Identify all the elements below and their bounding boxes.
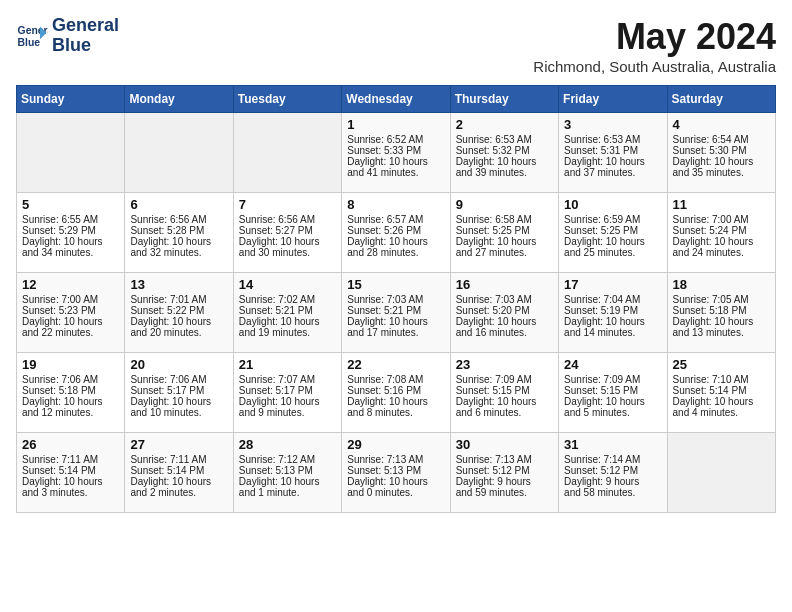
calendar-week-3: 12Sunrise: 7:00 AMSunset: 5:23 PMDayligh… xyxy=(17,273,776,353)
day-info-line: Sunrise: 6:53 AM xyxy=(456,134,553,145)
day-info-line: Sunset: 5:25 PM xyxy=(564,225,661,236)
calendar-cell: 5Sunrise: 6:55 AMSunset: 5:29 PMDaylight… xyxy=(17,193,125,273)
day-header-wednesday: Wednesday xyxy=(342,86,450,113)
day-number: 3 xyxy=(564,117,661,132)
day-header-friday: Friday xyxy=(559,86,667,113)
calendar-cell: 15Sunrise: 7:03 AMSunset: 5:21 PMDayligh… xyxy=(342,273,450,353)
day-info-line: Daylight: 10 hours xyxy=(130,316,227,327)
day-info-line: Sunset: 5:15 PM xyxy=(564,385,661,396)
calendar-cell: 12Sunrise: 7:00 AMSunset: 5:23 PMDayligh… xyxy=(17,273,125,353)
day-info-line: Sunrise: 6:54 AM xyxy=(673,134,770,145)
calendar-cell: 31Sunrise: 7:14 AMSunset: 5:12 PMDayligh… xyxy=(559,433,667,513)
day-info-line: Daylight: 10 hours xyxy=(673,396,770,407)
calendar-cell: 28Sunrise: 7:12 AMSunset: 5:13 PMDayligh… xyxy=(233,433,341,513)
day-info-line: Sunset: 5:14 PM xyxy=(22,465,119,476)
day-info-line: Daylight: 9 hours xyxy=(456,476,553,487)
day-info-line: Sunrise: 7:13 AM xyxy=(456,454,553,465)
day-info-line: Daylight: 10 hours xyxy=(239,236,336,247)
calendar-table: SundayMondayTuesdayWednesdayThursdayFrid… xyxy=(16,85,776,513)
day-number: 11 xyxy=(673,197,770,212)
day-info-line: Sunrise: 6:57 AM xyxy=(347,214,444,225)
day-info-line: Daylight: 10 hours xyxy=(456,316,553,327)
day-info-line: and 0 minutes. xyxy=(347,487,444,498)
day-info-line: Sunrise: 6:56 AM xyxy=(239,214,336,225)
day-info-line: Sunset: 5:18 PM xyxy=(22,385,119,396)
calendar-cell: 14Sunrise: 7:02 AMSunset: 5:21 PMDayligh… xyxy=(233,273,341,353)
day-info-line: and 3 minutes. xyxy=(22,487,119,498)
day-info-line: Daylight: 10 hours xyxy=(239,476,336,487)
day-header-monday: Monday xyxy=(125,86,233,113)
day-info-line: Sunrise: 7:06 AM xyxy=(130,374,227,385)
day-number: 17 xyxy=(564,277,661,292)
day-info-line: and 37 minutes. xyxy=(564,167,661,178)
day-number: 4 xyxy=(673,117,770,132)
day-info-line: Sunset: 5:33 PM xyxy=(347,145,444,156)
day-info-line: and 25 minutes. xyxy=(564,247,661,258)
day-info-line: Daylight: 10 hours xyxy=(673,316,770,327)
day-info-line: Daylight: 10 hours xyxy=(22,236,119,247)
calendar-cell: 29Sunrise: 7:13 AMSunset: 5:13 PMDayligh… xyxy=(342,433,450,513)
calendar-cell: 25Sunrise: 7:10 AMSunset: 5:14 PMDayligh… xyxy=(667,353,775,433)
day-number: 30 xyxy=(456,437,553,452)
day-info-line: and 14 minutes. xyxy=(564,327,661,338)
day-info-line: Daylight: 10 hours xyxy=(347,396,444,407)
day-info-line: Sunset: 5:15 PM xyxy=(456,385,553,396)
day-info-line: Daylight: 10 hours xyxy=(564,396,661,407)
day-number: 22 xyxy=(347,357,444,372)
calendar-cell: 10Sunrise: 6:59 AMSunset: 5:25 PMDayligh… xyxy=(559,193,667,273)
day-info-line: and 4 minutes. xyxy=(673,407,770,418)
day-info-line: Sunset: 5:24 PM xyxy=(673,225,770,236)
day-number: 16 xyxy=(456,277,553,292)
location: Richmond, South Australia, Australia xyxy=(533,58,776,75)
calendar-body: 1Sunrise: 6:52 AMSunset: 5:33 PMDaylight… xyxy=(17,113,776,513)
calendar-cell: 3Sunrise: 6:53 AMSunset: 5:31 PMDaylight… xyxy=(559,113,667,193)
day-info-line: Sunset: 5:17 PM xyxy=(239,385,336,396)
calendar-cell: 11Sunrise: 7:00 AMSunset: 5:24 PMDayligh… xyxy=(667,193,775,273)
day-number: 14 xyxy=(239,277,336,292)
day-number: 20 xyxy=(130,357,227,372)
day-info-line: Daylight: 10 hours xyxy=(22,316,119,327)
day-info-line: Daylight: 10 hours xyxy=(239,396,336,407)
day-info-line: Sunset: 5:12 PM xyxy=(564,465,661,476)
day-number: 31 xyxy=(564,437,661,452)
calendar-week-5: 26Sunrise: 7:11 AMSunset: 5:14 PMDayligh… xyxy=(17,433,776,513)
calendar-cell: 23Sunrise: 7:09 AMSunset: 5:15 PMDayligh… xyxy=(450,353,558,433)
day-info-line: Sunrise: 6:53 AM xyxy=(564,134,661,145)
day-info-line: Sunset: 5:12 PM xyxy=(456,465,553,476)
day-number: 29 xyxy=(347,437,444,452)
day-header-tuesday: Tuesday xyxy=(233,86,341,113)
day-info-line: Sunset: 5:25 PM xyxy=(456,225,553,236)
day-number: 1 xyxy=(347,117,444,132)
day-info-line: Daylight: 10 hours xyxy=(347,236,444,247)
day-info-line: Sunrise: 7:10 AM xyxy=(673,374,770,385)
day-info-line: Daylight: 10 hours xyxy=(673,156,770,167)
day-info-line: Sunrise: 7:03 AM xyxy=(456,294,553,305)
day-info-line: Sunrise: 7:00 AM xyxy=(22,294,119,305)
day-number: 21 xyxy=(239,357,336,372)
day-info-line: Sunrise: 7:12 AM xyxy=(239,454,336,465)
day-info-line: Sunrise: 7:02 AM xyxy=(239,294,336,305)
day-number: 28 xyxy=(239,437,336,452)
day-info-line: Daylight: 10 hours xyxy=(347,476,444,487)
day-info-line: Sunset: 5:22 PM xyxy=(130,305,227,316)
calendar-cell: 21Sunrise: 7:07 AMSunset: 5:17 PMDayligh… xyxy=(233,353,341,433)
day-info-line: Sunset: 5:31 PM xyxy=(564,145,661,156)
day-info-line: Sunrise: 6:52 AM xyxy=(347,134,444,145)
day-info-line: Sunrise: 7:09 AM xyxy=(456,374,553,385)
calendar-cell: 8Sunrise: 6:57 AMSunset: 5:26 PMDaylight… xyxy=(342,193,450,273)
day-info-line: Daylight: 10 hours xyxy=(347,156,444,167)
day-info-line: Sunrise: 7:09 AM xyxy=(564,374,661,385)
day-number: 18 xyxy=(673,277,770,292)
calendar-cell: 7Sunrise: 6:56 AMSunset: 5:27 PMDaylight… xyxy=(233,193,341,273)
day-info-line: and 17 minutes. xyxy=(347,327,444,338)
page-header: General Blue General Blue May 2024 Richm… xyxy=(16,16,776,75)
day-info-line: Daylight: 10 hours xyxy=(22,476,119,487)
day-info-line: Sunset: 5:27 PM xyxy=(239,225,336,236)
day-info-line: and 6 minutes. xyxy=(456,407,553,418)
day-info-line: Sunrise: 7:13 AM xyxy=(347,454,444,465)
day-info-line: and 35 minutes. xyxy=(673,167,770,178)
day-info-line: Sunset: 5:20 PM xyxy=(456,305,553,316)
calendar-cell: 27Sunrise: 7:11 AMSunset: 5:14 PMDayligh… xyxy=(125,433,233,513)
day-info-line: and 12 minutes. xyxy=(22,407,119,418)
day-info-line: Sunrise: 7:07 AM xyxy=(239,374,336,385)
